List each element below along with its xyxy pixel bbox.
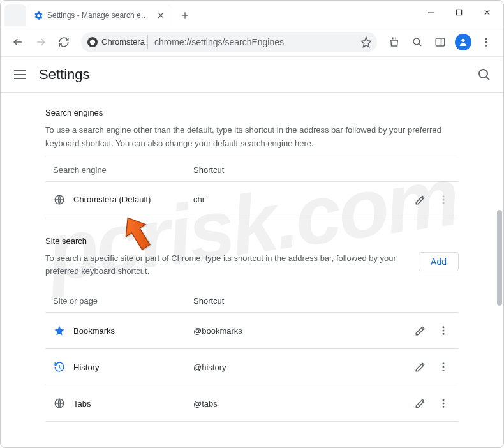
reload-button[interactable] [53, 31, 75, 53]
maximize-button[interactable] [445, 2, 473, 22]
svg-rect-0 [427, 12, 433, 13]
new-tab-button[interactable] [176, 6, 194, 24]
svg-point-17 [443, 326, 445, 328]
site-shortcut: @history [193, 362, 410, 372]
svg-point-15 [443, 198, 445, 200]
site-search-table: Site or page Shortcut Bookmarks @bookmar… [45, 287, 459, 422]
col-name-header: Search engine [53, 165, 193, 175]
settings-header: Settings [1, 57, 503, 93]
section-description: To search a specific site or part of Chr… [45, 252, 410, 279]
omnibox[interactable]: Chromstera chrome://settings/searchEngin… [81, 32, 377, 52]
add-button[interactable]: Add [419, 252, 459, 271]
svg-rect-10 [14, 74, 26, 75]
engine-shortcut: chr [193, 195, 410, 204]
scrollbar-thumb[interactable] [497, 210, 502, 306]
site-name: Bookmarks [73, 326, 115, 336]
bookmark-star-icon[interactable] [360, 36, 372, 48]
content-scroll-area[interactable]: Search engines To use a search engine ot… [1, 93, 503, 448]
svg-point-21 [443, 366, 445, 368]
svg-point-20 [443, 362, 445, 364]
active-tab[interactable]: Settings - Manage search engi [27, 4, 171, 26]
svg-point-6 [485, 38, 487, 40]
section-title: Search engines [45, 108, 459, 117]
svg-rect-11 [14, 78, 26, 79]
search-toolbar-icon[interactable] [406, 31, 428, 53]
more-actions-button[interactable] [433, 357, 454, 377]
browser-toolbar: Chromstera chrome://settings/searchEngin… [1, 27, 503, 57]
kebab-menu-button[interactable] [475, 31, 497, 53]
blank-tab[interactable] [4, 4, 26, 26]
url-text: chrome://settings/searchEngines [154, 37, 357, 47]
svg-point-5 [461, 38, 464, 41]
svg-point-7 [485, 41, 487, 43]
col-shortcut-header: Shortcut [193, 296, 408, 306]
back-button[interactable] [7, 31, 29, 53]
more-actions-button [433, 190, 454, 210]
close-window-button[interactable] [473, 2, 501, 22]
svg-point-18 [443, 330, 445, 332]
svg-point-22 [443, 370, 445, 371]
site-shortcut: @tabs [193, 399, 410, 408]
site-shortcut: @bookmarks [193, 326, 410, 336]
svg-point-19 [443, 333, 445, 335]
browser-window: pcrisk.com Settings - Manage search engi [0, 0, 504, 448]
engine-name-cell: Chromstera (Default) [53, 193, 193, 206]
site-name: Tabs [73, 399, 91, 408]
forward-button[interactable] [30, 31, 52, 53]
col-shortcut-header: Shortcut [193, 165, 408, 175]
search-settings-button[interactable] [477, 67, 492, 82]
col-name-header: Site or page [53, 296, 193, 306]
more-actions-button[interactable] [433, 393, 454, 414]
globe-icon [53, 397, 66, 410]
extension-icon[interactable] [383, 31, 405, 53]
edit-button[interactable] [410, 320, 431, 341]
titlebar: Settings - Manage search engi [1, 1, 503, 27]
table-header: Search engine Shortcut [45, 156, 459, 182]
edit-button[interactable] [410, 190, 431, 210]
table-header: Site or page Shortcut [45, 287, 459, 313]
table-row: Bookmarks @bookmarks [45, 313, 459, 349]
svg-rect-1 [456, 10, 461, 15]
tab-title: Settings - Manage search engi [47, 11, 149, 20]
profile-avatar[interactable] [455, 34, 471, 50]
search-engines-section: Search engines To use a search engine ot… [45, 108, 459, 218]
svg-point-25 [443, 403, 445, 405]
site-icon [87, 37, 98, 47]
history-icon [53, 361, 66, 373]
svg-point-24 [443, 399, 445, 401]
svg-point-8 [485, 44, 487, 46]
hamburger-menu-button[interactable] [12, 67, 27, 82]
svg-point-14 [443, 195, 445, 197]
more-actions-button[interactable] [433, 320, 454, 341]
site-name-cell: History [53, 361, 193, 373]
svg-rect-9 [14, 70, 26, 71]
search-engines-table: Search engine Shortcut Chromstera (Defau… [45, 156, 459, 218]
site-chip[interactable]: Chromstera [86, 35, 148, 49]
table-row: Chromstera (Default) chr [45, 182, 459, 218]
content: Search engines To use a search engine ot… [35, 93, 469, 448]
edit-button[interactable] [410, 393, 431, 414]
window-controls [417, 1, 503, 22]
site-name-cell: Tabs [53, 397, 193, 410]
star-icon [53, 324, 66, 337]
gear-icon [34, 11, 43, 20]
minimize-button[interactable] [417, 2, 445, 22]
table-row: Tabs @tabs [45, 385, 459, 422]
edit-button[interactable] [410, 357, 431, 377]
section-description: To use a search engine other than the de… [45, 124, 459, 151]
globe-icon [53, 193, 66, 206]
svg-rect-4 [436, 38, 445, 46]
svg-point-16 [443, 202, 445, 204]
section-title: Site search [45, 236, 459, 246]
svg-point-12 [479, 70, 487, 78]
svg-point-2 [90, 39, 95, 44]
svg-point-26 [443, 406, 445, 408]
close-tab-button[interactable] [156, 10, 166, 20]
table-row: History @history [45, 349, 459, 385]
site-chip-label: Chromstera [101, 37, 145, 47]
site-name-cell: Bookmarks [53, 324, 193, 337]
page-title: Settings [39, 66, 477, 83]
site-name: History [73, 362, 99, 372]
engine-name: Chromstera (Default) [73, 195, 151, 204]
side-panel-icon[interactable] [429, 31, 451, 53]
